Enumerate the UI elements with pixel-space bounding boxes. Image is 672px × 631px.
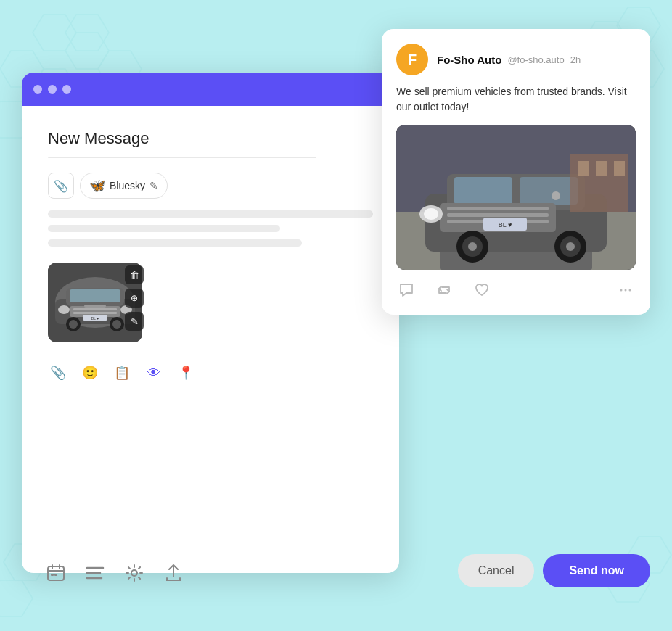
svg-point-24 [58,305,70,314]
social-time: 2h [570,54,581,65]
cancel-button[interactable]: Cancel [458,554,535,587]
browser-dot-1 [33,85,42,94]
svg-rect-30 [84,305,106,308]
repost-icon[interactable] [434,280,454,300]
social-display-name: Fo-Sho Auto [437,54,501,66]
social-card: F Fo-Sho Auto @fo-sho.auto 2h We sell pr… [382,29,650,315]
svg-point-70 [620,289,623,292]
svg-point-27 [69,320,78,329]
compose-toolbar: 📎 🙂 📋 👁 📍 [48,355,373,383]
emoji-icon[interactable]: 🙂 [80,363,100,383]
platform-pill[interactable]: 🦋 Bluesky ✎ [80,173,168,199]
svg-rect-50 [520,177,578,205]
message-line-2 [48,225,280,232]
like-icon[interactable] [472,280,492,300]
image-replace-button[interactable]: ⊕ [125,289,144,308]
paperclip-icon[interactable]: 📎 [48,363,68,383]
svg-point-71 [625,289,627,292]
action-buttons: Cancel Send now [458,554,650,587]
avatar: F [396,44,428,75]
svg-point-29 [112,320,121,329]
browser-content: New Message 📎 🦋 Bluesky ✎ [22,106,399,573]
svg-rect-52 [447,207,549,210]
eye-icon[interactable]: 👁 [144,363,164,383]
svg-rect-22 [73,308,117,310]
browser-window: New Message 📎 🦋 Bluesky ✎ [22,73,399,573]
social-meta: Fo-Sho Auto @fo-sho.auto 2h [437,54,581,66]
image-delete-button[interactable]: 🗑 [125,265,144,284]
svg-point-55 [552,191,560,200]
platform-selector: 📎 🦋 Bluesky ✎ [48,173,373,199]
svg-rect-69 [614,161,625,176]
svg-rect-53 [447,213,549,217]
svg-point-63 [566,242,575,251]
message-line-1 [48,210,373,218]
platform-name-label: Bluesky [110,180,145,191]
send-now-button[interactable]: Send now [543,554,650,587]
svg-rect-38 [54,574,57,576]
card-icon[interactable]: 📋 [112,363,132,383]
location-icon[interactable]: 📍 [176,363,196,383]
social-post-actions [396,280,636,300]
platform-edit-icon[interactable]: ✎ [149,180,158,191]
image-edit-button[interactable]: ✎ [125,312,144,331]
browser-dot-2 [48,85,57,94]
svg-point-42 [131,570,137,576]
svg-rect-49 [454,177,512,205]
svg-point-72 [629,289,631,292]
browser-titlebar [22,73,399,106]
svg-point-57 [424,208,438,220]
calendar-icon[interactable] [44,561,68,585]
image-preview-container: BL ♥ 🗑 ⊕ ✎ [48,263,142,342]
svg-rect-33 [48,566,64,580]
social-post-text: We sell premium vehicles from trusted br… [396,84,636,115]
svg-rect-68 [596,161,607,176]
social-card-header: F Fo-Sho Auto @fo-sho.auto 2h [396,44,636,75]
svg-rect-23 [73,312,117,314]
bluesky-butterfly-icon: 🦋 [89,178,105,194]
social-handle: @fo-sho.auto [507,54,564,65]
more-icon[interactable] [615,280,636,300]
svg-text:BL ♥: BL ♥ [499,221,512,228]
browser-dot-3 [62,85,71,94]
svg-rect-37 [51,574,54,576]
svg-rect-20 [70,289,120,302]
comment-icon[interactable] [396,280,417,300]
bottom-bar: Cancel Send now [22,544,650,602]
message-line-3 [48,239,302,247]
svg-point-60 [468,242,477,251]
social-post-image: BL ♥ [396,125,636,270]
attach-icon[interactable]: 📎 [48,173,74,199]
svg-text:BL ♥: BL ♥ [91,316,99,321]
settings-icon[interactable] [122,561,147,585]
lines-icon[interactable] [83,561,107,585]
title-divider [48,157,316,158]
social-name-row: Fo-Sho Auto @fo-sho.auto 2h [437,54,581,66]
svg-rect-67 [578,161,589,176]
upload-icon[interactable] [161,561,186,585]
composer-title: New Message [48,129,373,148]
main-container: New Message 📎 🦋 Bluesky ✎ [22,29,650,602]
